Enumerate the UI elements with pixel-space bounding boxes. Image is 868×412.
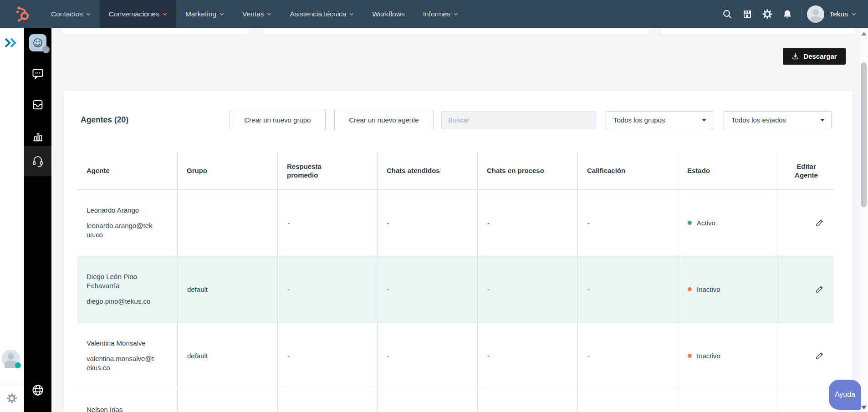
- nav-item-label: Workflows: [372, 10, 404, 18]
- agent-name: Leonardo Arango: [87, 206, 156, 215]
- col-header-editar-agente: Editar Agente: [779, 152, 833, 190]
- group-cell: [177, 190, 277, 256]
- edit-agent-button[interactable]: [812, 348, 827, 364]
- analytics-item[interactable]: [24, 129, 51, 144]
- chevron-down-icon: [86, 13, 91, 15]
- status-label: Activo: [697, 219, 715, 227]
- notifications-bell-icon[interactable]: [777, 0, 797, 28]
- chats-in-progress-cell: -: [477, 190, 577, 256]
- pencil-icon: [815, 351, 824, 360]
- nav-item-asistencia-tecnica[interactable]: Asistencia técnica: [281, 0, 363, 28]
- caret-down-icon: [702, 119, 706, 122]
- nav-item-label: Marketing: [185, 10, 216, 18]
- chat-bubble-icon: [31, 67, 44, 80]
- edit-cell: [779, 389, 833, 412]
- chats-in-progress-cell: [477, 389, 577, 412]
- nav-item-label: Informes: [423, 10, 450, 18]
- rating-cell: -: [577, 323, 678, 389]
- app-icon-rail: [24, 28, 51, 412]
- table-row: Leonardo Arango leonardo.arango@tekus.co…: [77, 190, 833, 256]
- agent-name: Diego León Pino Echavarría: [87, 272, 156, 290]
- search-input[interactable]: [441, 111, 596, 129]
- table-header-row: Agente Grupo Respuesta promedio Chats at…: [77, 152, 833, 190]
- edit-agent-button[interactable]: [812, 215, 827, 231]
- col-header-calificacion: Calificación: [577, 152, 678, 190]
- nav-item-ventas[interactable]: Ventas: [233, 0, 281, 28]
- groups-filter-value: Todos los grupos: [613, 116, 665, 124]
- table-row: Diego León Pino Echavarría diego.pino@te…: [77, 256, 833, 323]
- scroll-up-arrow-icon[interactable]: [861, 32, 867, 36]
- nav-item-informes[interactable]: Informes: [414, 0, 467, 28]
- globe-item[interactable]: [24, 382, 51, 398]
- page-title: Agentes (20): [81, 115, 128, 125]
- csat-smiley-item[interactable]: [24, 34, 51, 51]
- inbox-tray-icon: [31, 98, 44, 111]
- status-dot: [688, 287, 692, 291]
- hubspot-logo-icon[interactable]: [15, 6, 31, 22]
- status-dot: [688, 354, 692, 358]
- rating-cell: -: [577, 256, 678, 323]
- chevron-down-icon: [163, 13, 167, 15]
- chevron-down-icon: [852, 13, 856, 15]
- pencil-icon: [815, 219, 824, 227]
- col-header-respuesta-promedio: Respuesta promedio: [277, 152, 377, 190]
- agent-cell: Leonardo Arango leonardo.arango@tekus.co: [77, 190, 177, 256]
- expand-panel-double-chevron-icon[interactable]: [4, 37, 18, 48]
- avatar-head: [8, 353, 14, 360]
- user-avatar[interactable]: [2, 350, 20, 368]
- avatar-head: [812, 9, 819, 15]
- table-row: Valentina Monsalve valentina.monsalve@te…: [77, 323, 833, 389]
- globe-icon: [31, 383, 45, 397]
- agents-controls: Agentes (20) Crear un nuevo grupo Crear …: [64, 110, 853, 130]
- create-group-button[interactable]: Crear un nuevo grupo: [230, 110, 326, 130]
- status-dot: [688, 221, 692, 225]
- agents-headset-item[interactable]: [24, 146, 51, 176]
- marketplace-icon[interactable]: [737, 0, 757, 28]
- avatar-body: [809, 16, 822, 23]
- help-button[interactable]: Ayuda: [829, 380, 861, 410]
- agent-email: leonardo.arango@tekus.co: [87, 221, 156, 239]
- nav-utilities: Tekus: [717, 0, 868, 28]
- nav-item-conversaciones[interactable]: Conversaciones: [100, 0, 176, 28]
- chat-item[interactable]: [24, 66, 51, 81]
- chevron-down-icon: [267, 13, 271, 15]
- chevron-down-icon: [220, 13, 224, 15]
- caret-down-icon: [820, 119, 825, 122]
- groups-filter-select[interactable]: Todos los grupos: [606, 111, 713, 129]
- search-icon[interactable]: [717, 0, 737, 28]
- vertical-scrollbar[interactable]: [859, 28, 868, 412]
- status-label: Inactivo: [697, 352, 720, 360]
- card-strip: [263, 28, 649, 35]
- account-name: Tekus: [830, 10, 848, 18]
- card-strip: [62, 28, 249, 35]
- scrollbar-thumb[interactable]: [861, 62, 867, 207]
- edit-cell: [779, 190, 833, 256]
- download-label: Descargar: [803, 52, 837, 60]
- nav-item-contactos[interactable]: Contactos: [42, 0, 100, 28]
- account-avatar[interactable]: [807, 5, 824, 23]
- nav-item-workflows[interactable]: Workflows: [363, 0, 414, 28]
- nav-item-marketing[interactable]: Marketing: [176, 0, 233, 28]
- agent-name: Nelson Irias: [87, 405, 156, 412]
- scroll-down-arrow-icon[interactable]: [861, 406, 867, 409]
- download-button[interactable]: Descargar: [783, 48, 846, 65]
- chats-attended-cell: [377, 389, 477, 412]
- nav-item-label: Ventas: [242, 10, 264, 18]
- edit-cell: [779, 323, 833, 389]
- create-agent-button[interactable]: Crear un nuevo agente: [334, 110, 434, 130]
- states-filter-select[interactable]: Todos los estados: [724, 111, 832, 129]
- status-cell: [678, 389, 779, 412]
- settings-gear-icon[interactable]: [757, 0, 777, 28]
- status-cell: Activo: [678, 190, 779, 256]
- agents-panel: Agentes (20) Crear un nuevo grupo Crear …: [64, 91, 853, 412]
- avg-response-cell: -: [277, 190, 377, 256]
- edit-cell: [779, 256, 833, 323]
- col-header-estado: Estado: [678, 152, 779, 190]
- preferences-gear-icon[interactable]: [6, 392, 18, 404]
- status-cell: Inactivo: [678, 323, 779, 389]
- rating-cell: -: [577, 190, 678, 256]
- account-menu[interactable]: Tekus: [830, 10, 857, 18]
- edit-agent-button[interactable]: [812, 282, 827, 297]
- chevron-down-icon: [454, 13, 458, 15]
- inbox-item[interactable]: [24, 97, 51, 112]
